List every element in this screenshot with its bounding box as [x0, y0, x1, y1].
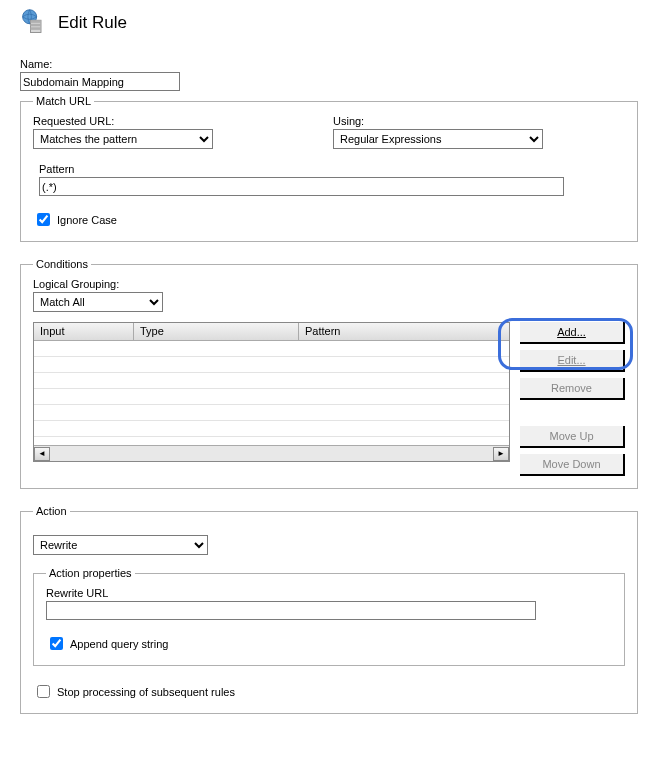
append-query-checkbox[interactable] — [50, 637, 63, 650]
match-url-legend: Match URL — [33, 95, 94, 107]
table-row — [34, 437, 509, 445]
col-pattern[interactable]: Pattern — [299, 323, 509, 340]
svg-rect-2 — [31, 20, 42, 23]
action-type-select[interactable]: Rewrite — [33, 535, 208, 555]
match-url-group: Match URL Requested URL: Matches the pat… — [20, 95, 638, 242]
table-row — [34, 373, 509, 389]
using-select[interactable]: Regular Expressions — [333, 129, 543, 149]
horizontal-scrollbar[interactable]: ◄ ► — [34, 445, 509, 461]
page-title: Edit Rule — [58, 13, 127, 33]
rewrite-url-input[interactable] — [46, 601, 536, 620]
table-row — [34, 405, 509, 421]
rewrite-url-label: Rewrite URL — [46, 587, 612, 599]
conditions-group: Conditions Logical Grouping: Match All I… — [20, 258, 638, 489]
server-globe-icon — [20, 8, 48, 38]
stop-processing-label: Stop processing of subsequent rules — [57, 686, 235, 698]
ignore-case-label: Ignore Case — [57, 214, 117, 226]
scroll-left-icon[interactable]: ◄ — [34, 447, 50, 461]
table-row — [34, 389, 509, 405]
append-query-label: Append query string — [70, 638, 168, 650]
requested-url-select[interactable]: Matches the pattern — [33, 129, 213, 149]
col-type[interactable]: Type — [134, 323, 299, 340]
table-row — [34, 357, 509, 373]
move-up-button[interactable]: Move Up — [520, 426, 625, 448]
pattern-input[interactable] — [39, 177, 564, 196]
svg-rect-4 — [31, 27, 42, 30]
logical-grouping-label: Logical Grouping: — [33, 278, 625, 290]
col-input[interactable]: Input — [34, 323, 134, 340]
pattern-label: Pattern — [39, 163, 625, 175]
conditions-legend: Conditions — [33, 258, 91, 270]
move-down-button[interactable]: Move Down — [520, 454, 625, 476]
name-input[interactable] — [20, 72, 180, 91]
name-label: Name: — [20, 58, 638, 70]
remove-condition-button[interactable]: Remove — [520, 378, 625, 400]
using-label: Using: — [333, 115, 543, 127]
svg-rect-3 — [31, 24, 42, 27]
conditions-table-header: Input Type Pattern — [34, 323, 509, 341]
action-properties-group: Action properties Rewrite URL Append que… — [33, 567, 625, 666]
add-condition-button[interactable]: Add... — [520, 322, 625, 344]
stop-processing-checkbox[interactable] — [37, 685, 50, 698]
action-legend: Action — [33, 505, 70, 517]
action-properties-legend: Action properties — [46, 567, 135, 579]
conditions-rows — [34, 341, 509, 445]
logical-grouping-select[interactable]: Match All — [33, 292, 163, 312]
page-header: Edit Rule — [20, 8, 638, 38]
action-group: Action Rewrite Action properties Rewrite… — [20, 505, 638, 714]
edit-condition-button[interactable]: Edit... — [520, 350, 625, 372]
requested-url-label: Requested URL: — [33, 115, 213, 127]
name-field: Name: — [20, 58, 638, 91]
conditions-table[interactable]: Input Type Pattern ◄ ► — [33, 322, 510, 462]
scroll-right-icon[interactable]: ► — [493, 447, 509, 461]
table-row — [34, 341, 509, 357]
table-row — [34, 421, 509, 437]
conditions-buttons: Add... Edit... Remove Move Up Move Down — [520, 322, 625, 476]
ignore-case-checkbox[interactable] — [37, 213, 50, 226]
